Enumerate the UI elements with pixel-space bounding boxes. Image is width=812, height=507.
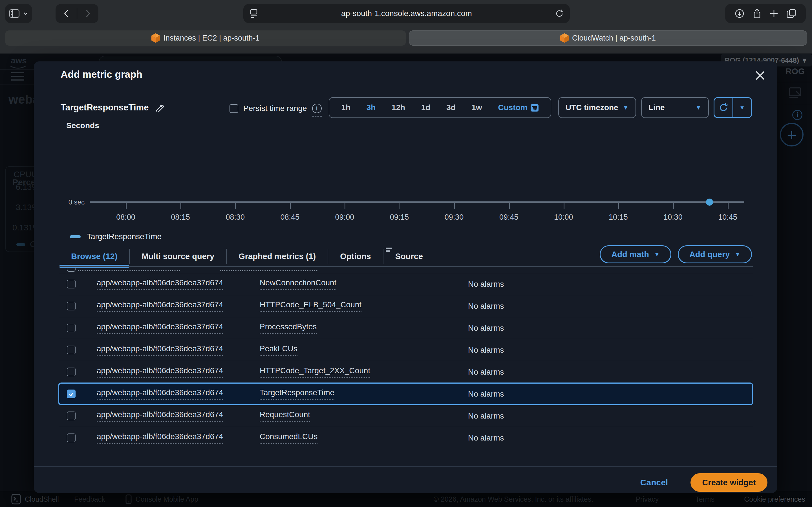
ec2-service-icon	[151, 33, 160, 43]
table-row[interactable]: app/webapp-alb/f06de36dea37d674TargetRes…	[59, 383, 753, 405]
close-icon[interactable]	[752, 68, 768, 83]
axis-tick-label: 08:15	[158, 213, 203, 222]
row-dimension[interactable]: app/webapp-alb/f06de36dea37d674	[97, 366, 223, 378]
downloads-icon[interactable]	[735, 9, 744, 18]
axis-tick	[618, 203, 619, 209]
new-tab-icon[interactable]	[770, 9, 778, 18]
refresh-options-button[interactable]: ▼	[732, 98, 751, 117]
cancel-button[interactable]: Cancel	[635, 478, 674, 487]
edit-pencil-icon[interactable]	[155, 103, 164, 112]
refresh-split-button: ▼	[714, 97, 752, 118]
source-lines-icon	[386, 247, 392, 253]
partial-row	[59, 267, 753, 273]
modal-title: Add metric graph	[61, 69, 142, 80]
row-checkbox[interactable]	[67, 302, 75, 311]
row-alarms: No alarms	[468, 346, 504, 355]
row-metric[interactable]: RequestCount	[260, 410, 310, 422]
persist-checkbox[interactable]	[230, 104, 238, 113]
browser-tab-label: CloudWatch | ap-south-1	[572, 34, 656, 43]
time-range-12h[interactable]: 12h	[392, 103, 405, 112]
table-row[interactable]: app/webapp-alb/f06de36dea37d674Processed…	[59, 317, 753, 339]
add-query-button[interactable]: Add query ▼	[678, 245, 752, 263]
row-metric[interactable]: HTTPCode_ELB_504_Count	[260, 300, 361, 312]
axis-tick-label: 09:15	[377, 213, 422, 222]
time-range-1h[interactable]: 1h	[341, 103, 350, 112]
table-row[interactable]: app/webapp-alb/f06de36dea37d674ConsumedL…	[59, 427, 753, 449]
time-range-3h[interactable]: 3h	[366, 103, 376, 112]
add-metric-graph-modal: Add metric graph TargetResponseTime Pers…	[34, 61, 777, 493]
tab-overview-icon[interactable]	[786, 9, 796, 18]
axis-tick-label: 08:30	[213, 213, 258, 222]
url-text: ap-south-1.console.aws.amazon.com	[258, 9, 555, 18]
axis-tick-label: 10:45	[705, 213, 750, 222]
persist-time-range: Persist time range i	[230, 104, 322, 113]
browser-tab-ec2[interactable]: Instances | EC2 | ap-south-1	[5, 31, 406, 46]
chart-type-dropdown[interactable]: Line ▼	[641, 97, 709, 118]
partial-checkbox	[67, 269, 75, 272]
row-checkbox[interactable]	[67, 368, 75, 376]
add-math-label: Add math	[611, 250, 649, 259]
table-row[interactable]: app/webapp-alb/f06de36dea37d674PeakLCUsN…	[59, 339, 753, 361]
graph-title-text: TargetResponseTime	[61, 103, 149, 113]
time-range-custom[interactable]: Custom	[498, 103, 539, 112]
row-dimension[interactable]: app/webapp-alb/f06de36dea37d674	[97, 322, 223, 334]
chevron-down-icon: ▼	[654, 251, 660, 258]
table-row[interactable]: app/webapp-alb/f06de36dea37d674RequestCo…	[59, 405, 753, 427]
axis-tick-label: 10:30	[651, 213, 696, 222]
row-metric[interactable]: HTTPCode_Target_2XX_Count	[260, 366, 370, 378]
row-checkbox[interactable]	[67, 280, 75, 288]
row-alarms: No alarms	[468, 411, 504, 420]
row-dimension[interactable]: app/webapp-alb/f06de36dea37d674	[97, 388, 223, 400]
refresh-button[interactable]	[714, 98, 732, 117]
row-metric[interactable]: TargetResponseTime	[260, 388, 335, 400]
row-checkbox[interactable]	[67, 346, 75, 354]
axis-tick	[235, 203, 236, 209]
row-checkbox[interactable]	[67, 324, 75, 332]
time-range-group: 1h3h12h1d3d1wCustom	[329, 97, 551, 118]
browser-tab-cloudwatch[interactable]: CloudWatch | ap-south-1	[409, 31, 807, 46]
tab-graphed-metrics-1[interactable]: Graphed metrics (1)	[227, 246, 327, 267]
row-dimension[interactable]: app/webapp-alb/f06de36dea37d674	[97, 432, 223, 444]
add-math-button[interactable]: Add math ▼	[600, 245, 671, 263]
row-dimension[interactable]: app/webapp-alb/f06de36dea37d674	[97, 410, 223, 422]
row-checkbox[interactable]	[67, 390, 75, 398]
row-dimension[interactable]: app/webapp-alb/f06de36dea37d674	[97, 300, 223, 312]
forward-button[interactable]	[77, 9, 98, 18]
url-bar[interactable]: ap-south-1.console.aws.amazon.com	[243, 4, 570, 23]
tab-source[interactable]: Source	[384, 246, 435, 267]
time-range-1d[interactable]: 1d	[421, 103, 430, 112]
tab-browse-12[interactable]: Browse (12)	[59, 246, 129, 267]
row-checkbox[interactable]	[67, 411, 75, 420]
chevron-down-icon: ▼	[735, 251, 741, 258]
cloudwatch-service-icon	[560, 33, 569, 43]
row-metric[interactable]: PeakLCUs	[260, 344, 297, 356]
row-dimension[interactable]: app/webapp-alb/f06de36dea37d674	[97, 278, 223, 290]
tab-label: Graphed metrics (1)	[239, 252, 316, 261]
tab-options[interactable]: Options	[328, 246, 383, 267]
browser-chrome: ap-south-1.console.aws.amazon.com	[0, 0, 812, 54]
table-row[interactable]: app/webapp-alb/f06de36dea37d674HTTPCode_…	[59, 295, 753, 317]
row-metric[interactable]: ConsumedLCUs	[260, 432, 317, 444]
share-icon[interactable]	[753, 8, 761, 18]
refresh-page-icon[interactable]	[555, 9, 564, 18]
reader-icon[interactable]	[250, 9, 258, 18]
table-row[interactable]: app/webapp-alb/f06de36dea37d674NewConnec…	[59, 273, 753, 295]
table-row[interactable]: app/webapp-alb/f06de36dea37d674HTTPCode_…	[59, 361, 753, 383]
create-widget-button[interactable]: Create widget	[691, 473, 767, 492]
axis-tick	[400, 203, 400, 209]
chart-legend[interactable]: TargetResponseTime	[70, 232, 161, 241]
row-checkbox[interactable]	[67, 434, 75, 442]
timezone-dropdown[interactable]: UTC timezone ▼	[558, 97, 636, 118]
browser-tab-label: Instances | EC2 | ap-south-1	[163, 34, 259, 43]
row-metric[interactable]: ProcessedBytes	[260, 322, 317, 334]
info-icon[interactable]: i	[312, 104, 322, 113]
time-range-1w[interactable]: 1w	[471, 103, 482, 112]
sidebar-toggle-button[interactable]	[5, 4, 32, 23]
chart-x-axis	[90, 202, 744, 203]
time-range-3d[interactable]: 3d	[446, 103, 456, 112]
sidebar-icon	[9, 9, 19, 18]
row-metric[interactable]: NewConnectionCount	[260, 278, 336, 290]
row-dimension[interactable]: app/webapp-alb/f06de36dea37d674	[97, 344, 223, 356]
back-button[interactable]	[56, 9, 77, 18]
tab-multi-source-query[interactable]: Multi source query	[130, 246, 226, 267]
